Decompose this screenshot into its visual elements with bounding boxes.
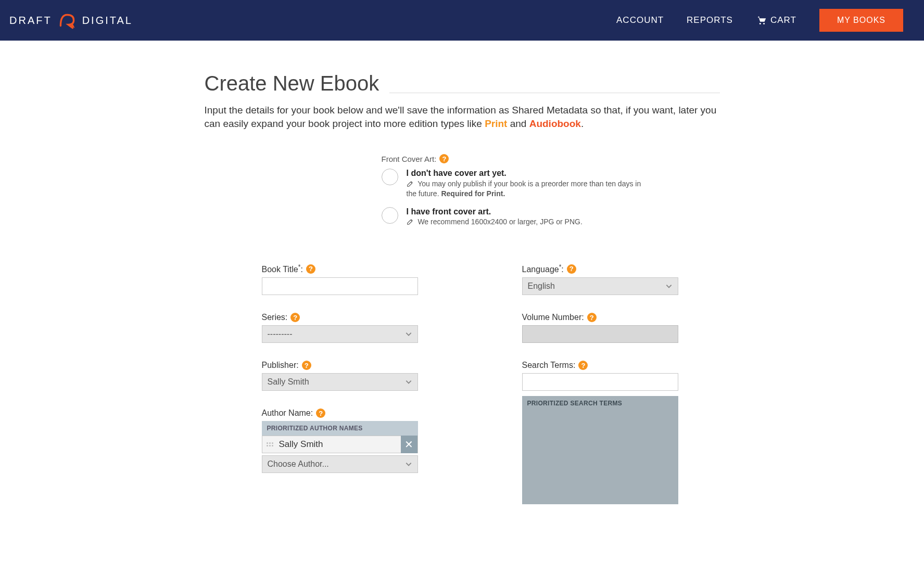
site-header: DRAFT DIGITAL ACCOUNT REPORTS CART MY BO… — [0, 0, 924, 41]
author-panel-head: PRIORITIZED AUTHOR NAMES — [262, 421, 418, 436]
language-value: English — [528, 282, 555, 291]
search-terms-panel: PRIORITIZED SEARCH TERMS — [522, 396, 720, 504]
author-chip[interactable]: Sally Smith ✕ — [262, 436, 418, 453]
nav-account[interactable]: ACCOUNT — [616, 15, 664, 25]
cover-no-art-required: Required for Print. — [441, 189, 505, 198]
logo-mark-icon — [56, 9, 78, 31]
logo-text-right: DIGITAL — [82, 15, 133, 27]
cover-option-have-art[interactable]: I have front cover art. We recommend 160… — [382, 206, 652, 227]
help-icon[interactable]: ? — [578, 361, 588, 370]
field-book-title: Book Title*: ? — [262, 263, 460, 295]
choose-author-label: Choose Author... — [268, 459, 329, 469]
intro-print: Print — [485, 118, 507, 129]
intro-and: and — [510, 118, 529, 129]
svg-point-0 — [760, 23, 761, 24]
intro-lead: Input the details for your book below an… — [205, 105, 717, 129]
chevron-down-icon — [405, 378, 412, 386]
drag-handle-icon[interactable] — [267, 442, 275, 446]
logo[interactable]: DRAFT DIGITAL — [9, 9, 133, 31]
search-terms-input[interactable] — [522, 373, 678, 391]
publisher-label: Publisher: — [262, 361, 299, 370]
cover-option-no-art[interactable]: I don't have cover art yet. You may only… — [382, 168, 652, 198]
radio-icon[interactable] — [382, 207, 398, 224]
edit-icon — [407, 180, 414, 187]
help-icon[interactable]: ? — [316, 408, 325, 418]
page-main: Create New Ebook Input the details for y… — [194, 72, 730, 504]
chevron-down-icon — [665, 283, 673, 290]
svg-point-1 — [763, 23, 765, 24]
field-language: Language*: ? English — [522, 263, 720, 295]
remove-author-button[interactable]: ✕ — [401, 436, 417, 453]
book-title-label: Book Title — [262, 265, 298, 274]
search-terms-label: Search Terms: — [522, 361, 576, 370]
language-select[interactable]: English — [522, 277, 678, 295]
top-nav: ACCOUNT REPORTS CART MY BOOKS — [616, 9, 903, 32]
series-select[interactable]: --------- — [262, 325, 418, 343]
page-title: Create New Ebook — [205, 72, 379, 95]
nav-reports[interactable]: REPORTS — [687, 15, 733, 25]
language-label: Language — [522, 265, 559, 274]
nav-cart[interactable]: CART — [756, 15, 796, 26]
field-publisher: Publisher: ? Sally Smith — [262, 361, 460, 391]
help-icon[interactable]: ? — [587, 313, 597, 322]
field-volume: Volume Number: ? — [522, 313, 720, 343]
chevron-down-icon — [405, 330, 412, 338]
publisher-value: Sally Smith — [268, 377, 309, 387]
series-value: --------- — [268, 329, 293, 339]
author-chip-label: Sally Smith — [279, 439, 401, 450]
field-author: Author Name: ? PRIORITIZED AUTHOR NAMES … — [262, 408, 460, 473]
field-search-terms: Search Terms: ? — [522, 361, 720, 391]
volume-input — [522, 325, 678, 343]
help-icon[interactable]: ? — [302, 361, 311, 370]
intro-period: . — [581, 118, 584, 129]
nav-cart-label: CART — [770, 15, 796, 25]
cover-have-art-note: We recommend 1600x2400 or larger, JPG or… — [417, 218, 582, 226]
required-mark: * — [559, 263, 562, 271]
intro-audio: Audiobook — [529, 118, 581, 129]
search-terms-panel-head: PRIORITIZED SEARCH TERMS — [522, 396, 678, 411]
choose-author-select[interactable]: Choose Author... — [262, 455, 418, 473]
help-icon[interactable]: ? — [567, 264, 576, 274]
help-icon[interactable]: ? — [290, 313, 300, 322]
field-series: Series: ? --------- — [262, 313, 460, 343]
cover-have-art-title: I have front cover art. — [407, 206, 583, 218]
my-books-button[interactable]: MY BOOKS — [819, 9, 903, 32]
radio-icon[interactable] — [382, 169, 398, 185]
series-label: Series: — [262, 313, 288, 322]
logo-text-left: DRAFT — [9, 15, 52, 27]
help-icon[interactable]: ? — [439, 154, 449, 163]
title-rule — [389, 93, 719, 93]
form-grid: Book Title*: ? Series: ? --------- Publi… — [262, 263, 720, 504]
chevron-down-icon — [405, 461, 412, 468]
search-terms-list — [522, 411, 678, 504]
help-icon[interactable]: ? — [306, 264, 315, 274]
edit-icon — [407, 218, 414, 225]
required-mark: * — [298, 263, 301, 271]
publisher-select[interactable]: Sally Smith — [262, 373, 418, 391]
cover-art-label: Front Cover Art: — [382, 155, 437, 163]
intro-text: Input the details for your book below an… — [205, 104, 720, 130]
cover-no-art-title: I don't have cover art yet. — [407, 168, 652, 179]
author-label: Author Name: — [262, 408, 313, 418]
cover-art-section: Front Cover Art: ? I don't have cover ar… — [382, 154, 652, 227]
volume-label: Volume Number: — [522, 313, 584, 322]
cart-icon — [756, 15, 767, 26]
book-title-input[interactable] — [262, 277, 418, 295]
